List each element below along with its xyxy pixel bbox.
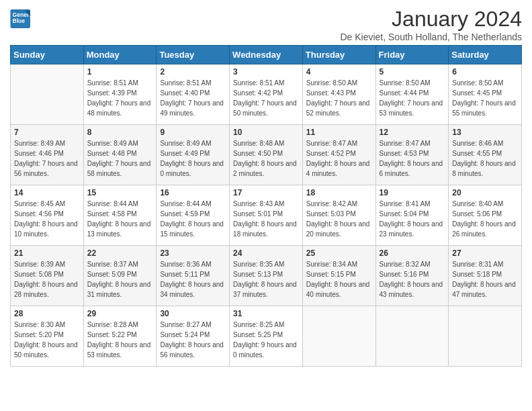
day-info: Sunrise: 8:50 AMSunset: 4:44 PMDaylight:… — [380, 78, 445, 118]
calendar-cell: 30Sunrise: 8:27 AMSunset: 5:24 PMDayligh… — [157, 306, 230, 367]
day-number: 14 — [14, 188, 80, 197]
day-info: Sunrise: 8:42 AMSunset: 5:03 PMDaylight:… — [306, 199, 372, 239]
day-number: 21 — [14, 248, 80, 258]
day-info: Sunrise: 8:44 AMSunset: 4:59 PMDaylight:… — [160, 199, 226, 239]
calendar-cell: 14Sunrise: 8:45 AMSunset: 4:56 PMDayligh… — [11, 185, 84, 246]
day-info: Sunrise: 8:27 AMSunset: 5:24 PMDaylight:… — [160, 320, 226, 360]
calendar-cell: 26Sunrise: 8:32 AMSunset: 5:16 PMDayligh… — [375, 246, 449, 306]
weekday-header-sunday: Sunday — [11, 46, 84, 64]
calendar-cell: 28Sunrise: 8:30 AMSunset: 5:20 PMDayligh… — [11, 306, 84, 367]
day-info: Sunrise: 8:51 AMSunset: 4:39 PMDaylight:… — [87, 78, 153, 118]
day-number: 19 — [380, 188, 445, 197]
calendar-cell: 29Sunrise: 8:28 AMSunset: 5:22 PMDayligh… — [83, 306, 157, 367]
calendar-cell: 7Sunrise: 8:49 AMSunset: 4:46 PMDaylight… — [11, 125, 84, 185]
day-number: 24 — [233, 248, 299, 258]
day-number: 7 — [14, 128, 80, 137]
day-info: Sunrise: 8:51 AMSunset: 4:42 PMDaylight:… — [233, 78, 299, 118]
calendar-cell: 22Sunrise: 8:37 AMSunset: 5:09 PMDayligh… — [83, 246, 157, 306]
calendar-cell: 19Sunrise: 8:41 AMSunset: 5:04 PMDayligh… — [375, 185, 449, 246]
weekday-header-row: SundayMondayTuesdayWednesdayThursdayFrid… — [11, 46, 522, 64]
day-number: 28 — [14, 309, 80, 318]
day-info: Sunrise: 8:45 AMSunset: 4:56 PMDaylight:… — [14, 199, 80, 239]
day-number: 11 — [306, 128, 372, 137]
calendar-cell: 16Sunrise: 8:44 AMSunset: 4:59 PMDayligh… — [157, 185, 230, 246]
day-info: Sunrise: 8:40 AMSunset: 5:06 PMDaylight:… — [452, 199, 518, 239]
calendar-cell: 23Sunrise: 8:36 AMSunset: 5:11 PMDayligh… — [157, 246, 230, 306]
calendar-cell: 2Sunrise: 8:51 AMSunset: 4:40 PMDaylight… — [157, 64, 230, 125]
title-block: January 2024 De Kieviet, South Holland, … — [340, 7, 522, 42]
day-info: Sunrise: 8:31 AMSunset: 5:18 PMDaylight:… — [452, 259, 518, 300]
day-number: 25 — [306, 248, 372, 258]
calendar-cell: 27Sunrise: 8:31 AMSunset: 5:18 PMDayligh… — [449, 246, 522, 306]
calendar-week-row: 1Sunrise: 8:51 AMSunset: 4:39 PMDaylight… — [11, 64, 522, 125]
weekday-header-wednesday: Wednesday — [230, 46, 303, 64]
day-info: Sunrise: 8:35 AMSunset: 5:13 PMDaylight:… — [233, 259, 299, 300]
page-header: General Blue January 2024 De Kieviet, So… — [10, 7, 522, 42]
day-info: Sunrise: 8:41 AMSunset: 5:04 PMDaylight:… — [380, 199, 445, 239]
calendar-cell: 18Sunrise: 8:42 AMSunset: 5:03 PMDayligh… — [302, 185, 375, 246]
calendar-table: SundayMondayTuesdayWednesdayThursdayFrid… — [10, 45, 522, 367]
day-number: 17 — [233, 188, 299, 197]
day-info: Sunrise: 8:43 AMSunset: 5:01 PMDaylight:… — [233, 199, 299, 239]
day-number: 2 — [160, 67, 226, 77]
day-number: 23 — [160, 248, 226, 258]
day-info: Sunrise: 8:34 AMSunset: 5:15 PMDaylight:… — [306, 259, 372, 300]
day-info: Sunrise: 8:48 AMSunset: 4:50 PMDaylight:… — [233, 138, 299, 179]
calendar-cell: 17Sunrise: 8:43 AMSunset: 5:01 PMDayligh… — [230, 185, 303, 246]
calendar-cell: 21Sunrise: 8:39 AMSunset: 5:08 PMDayligh… — [11, 246, 84, 306]
day-number: 16 — [160, 188, 226, 197]
calendar-cell — [302, 306, 375, 367]
weekday-header-thursday: Thursday — [302, 46, 375, 64]
day-number: 1 — [87, 67, 153, 77]
calendar-cell: 20Sunrise: 8:40 AMSunset: 5:06 PMDayligh… — [449, 185, 522, 246]
day-info: Sunrise: 8:47 AMSunset: 4:52 PMDaylight:… — [306, 138, 372, 179]
day-number: 18 — [306, 188, 372, 197]
day-info: Sunrise: 8:25 AMSunset: 5:25 PMDaylight:… — [233, 320, 299, 360]
day-number: 29 — [87, 309, 153, 318]
day-number: 15 — [87, 188, 153, 197]
calendar-cell: 25Sunrise: 8:34 AMSunset: 5:15 PMDayligh… — [302, 246, 375, 306]
calendar-week-row: 14Sunrise: 8:45 AMSunset: 4:56 PMDayligh… — [11, 185, 522, 246]
day-number: 31 — [233, 309, 299, 318]
calendar-cell: 8Sunrise: 8:49 AMSunset: 4:48 PMDaylight… — [83, 125, 157, 185]
weekday-header-friday: Friday — [375, 46, 449, 64]
day-info: Sunrise: 8:49 AMSunset: 4:46 PMDaylight:… — [14, 138, 80, 179]
day-info: Sunrise: 8:49 AMSunset: 4:48 PMDaylight:… — [87, 138, 153, 179]
calendar-week-row: 28Sunrise: 8:30 AMSunset: 5:20 PMDayligh… — [11, 306, 522, 367]
calendar-cell: 3Sunrise: 8:51 AMSunset: 4:42 PMDaylight… — [230, 64, 303, 125]
day-number: 20 — [452, 188, 518, 197]
day-info: Sunrise: 8:36 AMSunset: 5:11 PMDaylight:… — [160, 259, 226, 300]
day-number: 27 — [452, 248, 518, 258]
month-title: January 2024 — [340, 7, 522, 32]
calendar-cell: 1Sunrise: 8:51 AMSunset: 4:39 PMDaylight… — [83, 64, 157, 125]
day-number: 22 — [87, 248, 153, 258]
calendar-cell — [375, 306, 449, 367]
location-title: De Kieviet, South Holland, The Netherlan… — [340, 32, 522, 42]
day-info: Sunrise: 8:32 AMSunset: 5:16 PMDaylight:… — [380, 259, 445, 300]
day-info: Sunrise: 8:37 AMSunset: 5:09 PMDaylight:… — [87, 259, 153, 300]
calendar-cell: 5Sunrise: 8:50 AMSunset: 4:44 PMDaylight… — [375, 64, 449, 125]
calendar-cell: 4Sunrise: 8:50 AMSunset: 4:43 PMDaylight… — [302, 64, 375, 125]
svg-text:Blue: Blue — [13, 17, 26, 24]
calendar-cell: 24Sunrise: 8:35 AMSunset: 5:13 PMDayligh… — [230, 246, 303, 306]
calendar-week-row: 7Sunrise: 8:49 AMSunset: 4:46 PMDaylight… — [11, 125, 522, 185]
day-info: Sunrise: 8:50 AMSunset: 4:45 PMDaylight:… — [452, 78, 518, 118]
day-info: Sunrise: 8:49 AMSunset: 4:49 PMDaylight:… — [160, 138, 226, 179]
day-info: Sunrise: 8:50 AMSunset: 4:43 PMDaylight:… — [306, 78, 372, 118]
calendar-cell: 9Sunrise: 8:49 AMSunset: 4:49 PMDaylight… — [157, 125, 230, 185]
calendar-cell: 12Sunrise: 8:47 AMSunset: 4:53 PMDayligh… — [375, 125, 449, 185]
day-number: 6 — [452, 67, 518, 77]
weekday-header-saturday: Saturday — [449, 46, 522, 64]
day-number: 4 — [306, 67, 372, 77]
day-info: Sunrise: 8:39 AMSunset: 5:08 PMDaylight:… — [14, 259, 80, 300]
calendar-week-row: 21Sunrise: 8:39 AMSunset: 5:08 PMDayligh… — [11, 246, 522, 306]
day-number: 10 — [233, 128, 299, 137]
day-number: 3 — [233, 67, 299, 77]
logo-icon: General Blue — [10, 9, 32, 28]
logo: General Blue — [10, 9, 32, 28]
weekday-header-tuesday: Tuesday — [157, 46, 230, 64]
calendar-cell: 11Sunrise: 8:47 AMSunset: 4:52 PMDayligh… — [302, 125, 375, 185]
day-info: Sunrise: 8:47 AMSunset: 4:53 PMDaylight:… — [380, 138, 445, 179]
day-number: 30 — [160, 309, 226, 318]
day-info: Sunrise: 8:28 AMSunset: 5:22 PMDaylight:… — [87, 320, 153, 360]
